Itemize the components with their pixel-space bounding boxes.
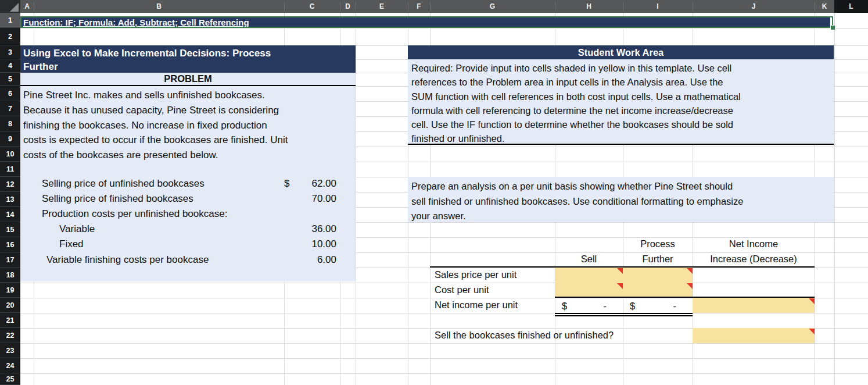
column-header-F[interactable]: F	[408, 0, 430, 13]
row-header-6[interactable]: 6	[0, 86, 20, 101]
net-income-sell-cell[interactable]: $ -	[555, 299, 623, 313]
column-header-divider	[623, 2, 623, 11]
column-header-G[interactable]: G	[430, 0, 555, 13]
row-header-7[interactable]: 7	[0, 101, 20, 116]
item-label-selling-unfinished: Selling price of unfinished bookcases	[42, 178, 205, 190]
row-header-25[interactable]: 25	[0, 373, 20, 385]
gridline-horizontal	[20, 343, 868, 344]
header-net-income-line1: Net Income	[693, 238, 815, 249]
column-header-K[interactable]: K	[815, 0, 834, 13]
column-header-divider	[284, 2, 285, 11]
problem-section-label: PROBLEM	[20, 73, 356, 84]
column-header-J[interactable]: J	[693, 0, 815, 13]
required-instructions-text: Required: Provide input into cells shade…	[411, 61, 831, 144]
input-cells-sell-process[interactable]	[555, 268, 693, 297]
item-label-variable-finishing: Variable finishing costs per bookcase	[46, 254, 209, 266]
row-header-5[interactable]: 5	[0, 73, 20, 86]
gridline-horizontal	[20, 373, 868, 374]
analysis-header-underline	[430, 266, 815, 268]
item-label-production-costs: Production costs per unfinished bookcase…	[42, 208, 227, 220]
gridline-vertical	[356, 13, 356, 385]
header-process-line1: Process	[623, 238, 693, 249]
problem-section-underline	[20, 85, 356, 86]
question-label: Sell the bookcases finished or unfinishe…	[435, 330, 614, 341]
select-all-triangle-icon	[10, 3, 19, 12]
row-header-3[interactable]: 3	[0, 45, 20, 59]
comment-indicator-icon	[809, 329, 815, 334]
item-value-selling-unfinished: $ 62.00	[284, 178, 336, 190]
required-block-underline	[408, 144, 834, 145]
row-header-18[interactable]: 18	[0, 268, 20, 283]
currency-symbol: $	[623, 301, 635, 312]
net-income-process-cell[interactable]: $ -	[623, 299, 693, 313]
row-label-sales-price: Sales price per unit	[435, 269, 517, 280]
row-label-net-income: Net income per unit	[435, 300, 518, 311]
column-header-E[interactable]: E	[356, 0, 408, 13]
cell-value: -	[604, 301, 623, 312]
row-header-2[interactable]: 2	[0, 28, 20, 45]
row-header-9[interactable]: 9	[0, 131, 20, 147]
item-amount: 6.00	[317, 254, 336, 266]
prepare-instructions-text: Prepare an analysis on a per unit basis …	[411, 179, 831, 222]
item-label-variable: Variable	[59, 223, 95, 235]
gridline-horizontal	[20, 358, 868, 359]
selection-border	[20, 16, 833, 28]
item-amount: 62.00	[311, 178, 336, 190]
column-header-D[interactable]: D	[340, 0, 356, 13]
double-underline-top	[555, 313, 693, 314]
row-header-23[interactable]: 23	[0, 343, 20, 358]
column-header-H[interactable]: H	[555, 0, 623, 13]
row-header-1[interactable]: 1	[0, 13, 20, 28]
item-value-fixed: 10.00	[284, 238, 336, 250]
item-amount: 36.00	[311, 223, 336, 235]
row-header-21[interactable]: 21	[0, 313, 20, 328]
row-header-4[interactable]: 4	[0, 59, 20, 73]
row-header-8[interactable]: 8	[0, 116, 20, 131]
net-income-row-top-border	[555, 297, 815, 298]
gridline-horizontal	[20, 313, 868, 313]
header-sell: Sell	[555, 254, 623, 265]
problem-description: Pine Street Inc. makes and sells unfinis…	[23, 88, 356, 163]
row-header-20[interactable]: 20	[0, 298, 20, 313]
column-header-divider	[34, 2, 34, 11]
row-header-10[interactable]: 10	[0, 147, 20, 162]
row-header-24[interactable]: 24	[0, 358, 20, 373]
row-label-cost: Cost per unit	[435, 284, 489, 295]
excel-worksheet: ABCDEFGHIJKL 123456789101112131415161718…	[0, 0, 868, 385]
selection-fill-handle[interactable]	[830, 25, 835, 30]
item-value-variable-finishing: 6.00	[284, 254, 336, 266]
row-header-17[interactable]: 17	[0, 252, 20, 268]
column-header-strip: ABCDEFGHIJKL	[20, 0, 868, 13]
column-header-divider	[430, 2, 431, 11]
row-header-12[interactable]: 12	[0, 177, 20, 192]
column-header-I[interactable]: I	[623, 0, 693, 13]
header-process-line2: Further	[623, 254, 693, 265]
comment-indicator-icon	[687, 283, 693, 289]
item-amount: 10.00	[311, 238, 336, 250]
row-header-15[interactable]: 15	[0, 222, 20, 237]
select-all-corner[interactable]	[0, 0, 20, 13]
row-header-14[interactable]: 14	[0, 207, 20, 222]
column-header-C[interactable]: C	[284, 0, 340, 13]
gridline-horizontal	[20, 28, 868, 28]
row-header-16[interactable]: 16	[0, 237, 20, 252]
column-header-divider	[408, 2, 408, 11]
cell-value: -	[673, 301, 693, 312]
input-cell-sell-or-finish-answer[interactable]	[693, 328, 815, 343]
comment-indicator-icon	[809, 298, 815, 304]
gridline-vertical	[834, 13, 835, 385]
row-header-11[interactable]: 11	[0, 162, 20, 177]
row-header-22[interactable]: 22	[0, 328, 20, 343]
column-header-divider	[555, 2, 555, 11]
column-header-A[interactable]: A	[20, 0, 34, 13]
prepare-instructions-block: Prepare an analysis on a per unit basis …	[408, 177, 834, 222]
column-header-L[interactable]: L	[834, 0, 868, 13]
column-header-divider	[815, 2, 815, 11]
header-net-income-line2: Increase (Decrease)	[693, 254, 815, 265]
column-header-B[interactable]: B	[34, 0, 284, 13]
input-cell-net-income-increase[interactable]	[693, 298, 815, 313]
column-header-divider	[356, 2, 356, 11]
row-header-13[interactable]: 13	[0, 192, 20, 207]
row-header-19[interactable]: 19	[0, 283, 20, 298]
comment-indicator-icon	[617, 268, 623, 274]
